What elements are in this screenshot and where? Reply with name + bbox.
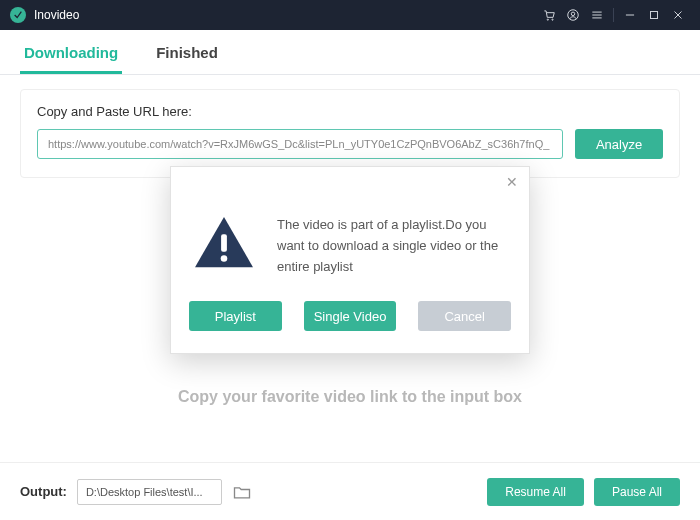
dialog-message: The video is part of a playlist.Do you w… xyxy=(277,215,507,277)
title-bar: Inovideo xyxy=(0,0,700,30)
app-logo-icon xyxy=(10,7,26,23)
url-label: Copy and Paste URL here: xyxy=(37,104,663,119)
pause-all-button[interactable]: Pause All xyxy=(594,478,680,506)
titlebar-divider xyxy=(613,8,614,22)
playlist-button[interactable]: Playlist xyxy=(189,301,282,331)
playlist-dialog: ✕ The video is part of a playlist.Do you… xyxy=(170,166,530,354)
footer: Output: D:\Desktop Files\test\I... Resum… xyxy=(0,462,700,520)
analyze-button[interactable]: Analyze xyxy=(575,129,663,159)
single-video-button[interactable]: Single Video xyxy=(304,301,397,331)
url-card: Copy and Paste URL here: Analyze xyxy=(20,89,680,178)
url-input[interactable] xyxy=(37,129,563,159)
svg-rect-4 xyxy=(651,12,658,19)
cart-icon[interactable] xyxy=(537,3,561,27)
tab-bar: Downloading Finished xyxy=(0,30,700,75)
close-icon[interactable] xyxy=(666,3,690,27)
svg-point-6 xyxy=(221,255,228,262)
resume-all-button[interactable]: Resume All xyxy=(487,478,584,506)
output-label: Output: xyxy=(20,484,67,499)
empty-hint: Copy your favorite video link to the inp… xyxy=(0,388,700,406)
output-path[interactable]: D:\Desktop Files\test\I... xyxy=(77,479,222,505)
svg-point-3 xyxy=(571,12,575,16)
app-title: Inovideo xyxy=(34,8,79,22)
folder-icon[interactable] xyxy=(232,482,252,502)
svg-rect-5 xyxy=(221,234,227,251)
cancel-button[interactable]: Cancel xyxy=(418,301,511,331)
tab-downloading[interactable]: Downloading xyxy=(20,36,122,74)
maximize-icon[interactable] xyxy=(642,3,666,27)
svg-point-1 xyxy=(552,19,553,20)
user-icon[interactable] xyxy=(561,3,585,27)
minimize-icon[interactable] xyxy=(618,3,642,27)
svg-point-0 xyxy=(547,19,548,20)
dialog-close-icon[interactable]: ✕ xyxy=(503,173,521,191)
tab-finished[interactable]: Finished xyxy=(152,36,222,74)
modal-overlay: ✕ The video is part of a playlist.Do you… xyxy=(0,0,700,520)
warning-icon xyxy=(193,215,255,277)
menu-icon[interactable] xyxy=(585,3,609,27)
